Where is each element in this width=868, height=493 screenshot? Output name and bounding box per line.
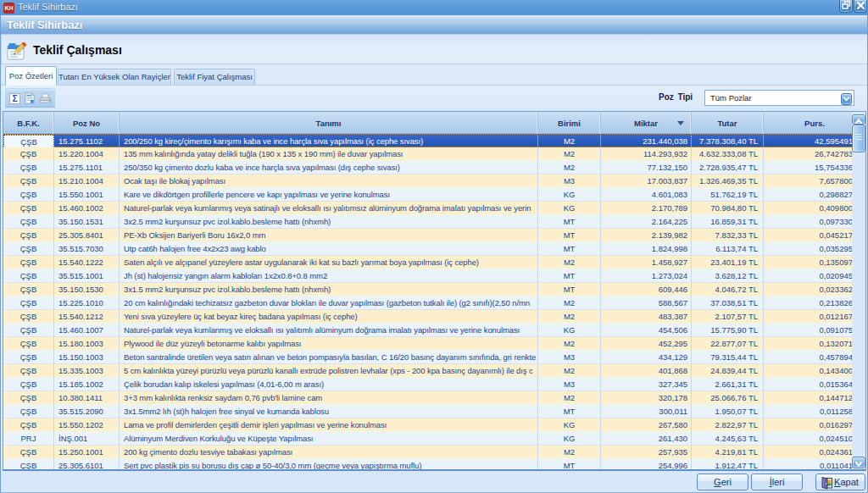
svg-text:Σ: Σ <box>12 94 17 103</box>
